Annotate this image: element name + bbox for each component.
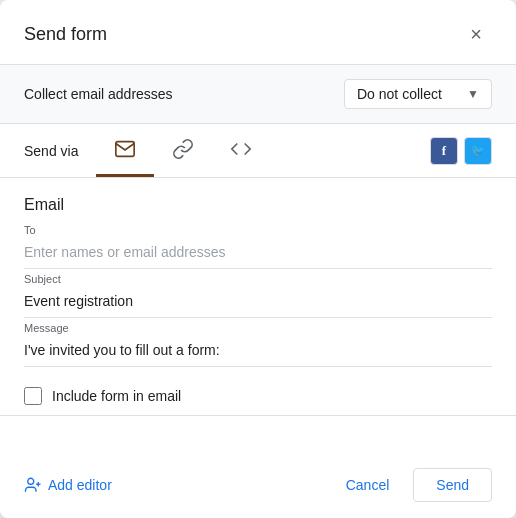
send-via-row: Send via xyxy=(0,124,516,178)
dialog-header: Send form × xyxy=(0,0,516,64)
message-field-group: Message xyxy=(24,322,492,367)
add-editor-button[interactable]: Add editor xyxy=(24,470,112,500)
send-via-label: Send via xyxy=(24,129,78,173)
message-input[interactable] xyxy=(24,336,492,367)
include-form-checkbox[interactable] xyxy=(24,387,42,405)
close-icon: × xyxy=(470,23,482,46)
add-person-icon xyxy=(24,476,42,494)
tab-embed[interactable] xyxy=(212,124,270,177)
email-icon xyxy=(114,138,136,160)
dialog-footer: Add editor Cancel Send xyxy=(0,456,516,518)
twitter-button[interactable]: 🐦 xyxy=(464,137,492,165)
subject-field-group: Subject xyxy=(24,273,492,318)
chevron-down-icon: ▼ xyxy=(467,87,479,101)
email-heading: Email xyxy=(24,196,492,214)
svg-point-1 xyxy=(28,478,34,484)
footer-actions: Cancel Send xyxy=(330,468,492,502)
message-label: Message xyxy=(24,322,492,334)
collect-label: Collect email addresses xyxy=(24,86,173,102)
close-button[interactable]: × xyxy=(460,18,492,50)
embed-icon xyxy=(230,138,252,160)
subject-input[interactable] xyxy=(24,287,492,318)
tab-email[interactable] xyxy=(96,124,154,177)
cancel-button[interactable]: Cancel xyxy=(330,469,406,501)
footer-divider xyxy=(0,415,516,416)
to-label: To xyxy=(24,224,492,236)
to-input[interactable] xyxy=(24,238,492,269)
send-via-tabs xyxy=(96,124,430,177)
add-editor-label: Add editor xyxy=(48,477,112,493)
dialog-title: Send form xyxy=(24,24,107,45)
collect-row: Collect email addresses Do not collect ▼ xyxy=(0,64,516,124)
to-field-group: To xyxy=(24,224,492,269)
facebook-icon: f xyxy=(442,143,446,159)
social-buttons: f 🐦 xyxy=(430,137,492,165)
subject-label: Subject xyxy=(24,273,492,285)
email-section: Email To Subject Message xyxy=(0,178,516,371)
send-button[interactable]: Send xyxy=(413,468,492,502)
include-form-row: Include form in email xyxy=(0,371,516,415)
send-form-dialog: Send form × Collect email addresses Do n… xyxy=(0,0,516,518)
include-form-label: Include form in email xyxy=(52,388,181,404)
collect-dropdown[interactable]: Do not collect ▼ xyxy=(344,79,492,109)
link-icon xyxy=(172,138,194,160)
tab-link[interactable] xyxy=(154,124,212,177)
facebook-button[interactable]: f xyxy=(430,137,458,165)
twitter-icon: 🐦 xyxy=(471,144,485,157)
collect-dropdown-value: Do not collect xyxy=(357,86,442,102)
